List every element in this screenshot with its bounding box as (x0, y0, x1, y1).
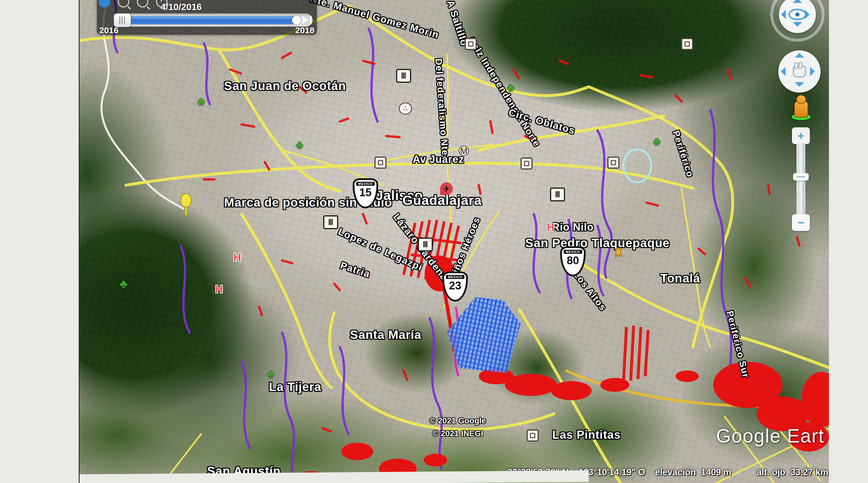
street-view-pegman[interactable] (791, 95, 811, 121)
attribution-google: © 2021 Google (430, 415, 486, 427)
history-icon[interactable] (99, 0, 110, 7)
google-earth-screen: San Juan de OcotánMarca de posición sin … (79, 0, 829, 483)
museum-icon[interactable]: Ⅲ (323, 215, 338, 229)
museum-icon[interactable]: Ⅲ (418, 238, 433, 251)
hospital-icon[interactable]: H (547, 221, 554, 234)
place-label: Av Juárez (412, 153, 464, 165)
tree-icon[interactable]: ♣ (653, 135, 660, 148)
lodging-icon[interactable] (527, 429, 539, 442)
time-range-start: 2016 (99, 26, 119, 35)
place-label: Santa María (350, 328, 422, 342)
pan-hand-icon (793, 65, 806, 78)
look-down-icon[interactable] (793, 22, 802, 31)
tree-icon[interactable]: ♣ (120, 277, 127, 290)
look-left-icon[interactable] (777, 10, 786, 19)
time-slider-toolbar (99, 0, 167, 7)
lodging-icon[interactable] (465, 38, 477, 50)
time-slider-end-handle[interactable] (292, 16, 301, 25)
place-label: Las Pintitas (552, 428, 621, 441)
move-right-icon[interactable] (810, 67, 819, 76)
zoom-in-button[interactable]: + (792, 127, 810, 144)
zoom-out-time-icon[interactable] (118, 0, 129, 7)
lodging-icon[interactable] (607, 157, 619, 169)
move-down-icon[interactable] (795, 82, 804, 91)
move-joystick[interactable] (778, 50, 820, 93)
map-labels-layer: San Juan de OcotánMarca de posición sin … (80, 0, 829, 483)
untitled-placemark-pin[interactable] (182, 193, 190, 215)
time-slider-date: 4/10/2016 (161, 2, 202, 12)
road-label: Periférico (671, 129, 696, 179)
look-up-icon[interactable] (793, 0, 802, 3)
zoom-in-time-icon[interactable] (137, 0, 148, 7)
google-earth-logo: Google Eart MEXICO 13 (716, 425, 824, 447)
road-label: Calz Independencia Norte (466, 35, 542, 149)
zoom-slider-thumb[interactable] (793, 173, 809, 181)
place-label: San Juan de Ocotán (224, 79, 346, 93)
skip-to-end-icon[interactable] (302, 16, 312, 24)
tree-icon[interactable]: ♣ (267, 367, 274, 381)
google-earth-logo-text: Google Eart (716, 425, 824, 447)
road-label: Del federalismo Nte (433, 58, 451, 156)
move-left-icon[interactable] (776, 67, 785, 76)
zoom-slider[interactable]: + − (792, 127, 810, 232)
hospital-icon[interactable]: H (215, 283, 223, 296)
map-attribution: © 2021 Google © 2021 INEGI (430, 415, 486, 440)
road-label: Nte. Manuel Gomez Morin (309, 0, 440, 40)
place-label: San Pedro Tlaquepaque (525, 236, 670, 250)
time-range-end: 2018 (295, 26, 314, 35)
lodging-icon[interactable] (681, 38, 693, 50)
zoom-out-button[interactable]: − (792, 214, 810, 231)
palette-icon[interactable]: ∴ (399, 102, 412, 115)
place-label: Tonalá (660, 271, 700, 285)
time-slider-panel[interactable]: 4/10/2016 2016 2018 (97, 0, 317, 35)
place-label: La Tijera (269, 380, 321, 394)
road-label: Patria (339, 260, 372, 280)
museum-icon[interactable]: Ⅲ (550, 187, 565, 202)
place-label: Rio Nilo (552, 221, 594, 233)
look-right-icon[interactable] (805, 10, 814, 19)
elevation-readout: elevación 1409 m (655, 467, 732, 478)
tree-icon[interactable]: ♣ (296, 138, 303, 151)
plane-icon[interactable]: ✈ (440, 182, 453, 195)
lodging-icon[interactable] (374, 157, 386, 169)
highway-shield-23: MEXICO23 (442, 271, 468, 302)
lodging-icon[interactable] (521, 157, 533, 170)
eye-altitude-readout: alt. ojo 33.27 km (756, 467, 828, 478)
move-up-icon[interactable] (795, 48, 804, 58)
church-icon[interactable]: ♜ (613, 246, 623, 259)
hospital-icon[interactable]: H (234, 251, 241, 264)
time-slider-start-handle[interactable] (114, 13, 131, 27)
time-slider-track[interactable] (116, 13, 313, 27)
pegman-head (796, 95, 806, 104)
museum-icon[interactable]: Ⅲ (396, 69, 411, 83)
time-slider-range-fill (128, 16, 298, 24)
tree-icon[interactable]: ♣ (507, 81, 515, 94)
tree-icon[interactable]: ♣ (197, 95, 205, 108)
move-disc (778, 50, 820, 93)
road-label: Periférico Sur (724, 310, 751, 379)
attribution-inegi: © 2021 INEGI (430, 427, 486, 440)
eye-icon (788, 9, 806, 20)
metro-icon[interactable]: Ⓜ (458, 144, 469, 159)
